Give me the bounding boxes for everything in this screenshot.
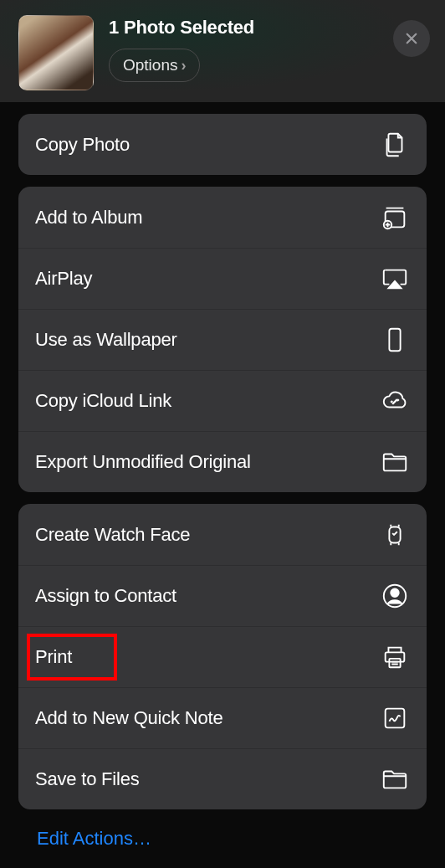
svg-point-5 <box>391 589 398 597</box>
quick-note-icon <box>380 703 410 733</box>
options-label: Options <box>123 56 177 74</box>
photo-thumbnail[interactable] <box>18 15 94 90</box>
action-group-3: Create Watch Face Assign to Contact <box>18 504 427 809</box>
row-label: Save to Files <box>35 768 140 790</box>
row-label: Add to New Quick Note <box>35 707 222 729</box>
row-label: Create Watch Face <box>35 524 190 546</box>
watch-icon <box>380 520 410 550</box>
svg-rect-6 <box>386 652 405 661</box>
action-group-1: Copy Photo <box>18 114 427 175</box>
use-as-wallpaper-row[interactable]: Use as Wallpaper <box>18 309 427 370</box>
airplay-row[interactable]: AirPlay <box>18 248 427 309</box>
phone-icon <box>380 325 410 355</box>
export-unmodified-row[interactable]: Export Unmodified Original <box>18 431 427 492</box>
svg-rect-2 <box>389 329 400 351</box>
copy-photo-row[interactable]: Copy Photo <box>18 114 427 175</box>
folder-icon <box>380 764 410 794</box>
close-button[interactable] <box>393 20 430 57</box>
printer-icon <box>380 642 410 672</box>
row-label: Assign to Contact <box>35 585 176 607</box>
row-label: AirPlay <box>35 268 92 290</box>
row-label: Copy Photo <box>35 134 130 156</box>
row-label: Print <box>35 646 72 668</box>
airplay-icon <box>380 264 410 294</box>
folder-icon <box>380 447 410 477</box>
copy-icloud-link-row[interactable]: Copy iCloud Link <box>18 370 427 431</box>
options-button[interactable]: Options › <box>109 49 200 82</box>
chevron-right-icon: › <box>181 57 186 74</box>
add-to-quick-note-row[interactable]: Add to New Quick Note <box>18 687 427 748</box>
row-label: Copy iCloud Link <box>35 390 171 412</box>
row-label: Export Unmodified Original <box>35 451 251 473</box>
album-plus-icon <box>380 203 410 233</box>
row-label: Use as Wallpaper <box>35 329 177 351</box>
documents-icon <box>380 130 410 160</box>
svg-rect-7 <box>389 659 400 667</box>
close-icon <box>404 31 419 46</box>
save-to-files-row[interactable]: Save to Files <box>18 748 427 809</box>
print-row[interactable]: Print <box>18 626 427 687</box>
row-label: Add to Album <box>35 207 142 229</box>
action-group-2: Add to Album AirPlay Use as <box>18 187 427 492</box>
edit-actions-link[interactable]: Edit Actions… <box>18 809 427 868</box>
share-sheet-header: 1 Photo Selected Options › <box>0 0 445 102</box>
assign-to-contact-row[interactable]: Assign to Contact <box>18 565 427 626</box>
cloud-link-icon <box>380 386 410 416</box>
svg-rect-8 <box>386 709 405 728</box>
selection-title: 1 Photo Selected <box>109 17 393 39</box>
create-watch-face-row[interactable]: Create Watch Face <box>18 504 427 565</box>
contact-icon <box>380 581 410 611</box>
add-to-album-row[interactable]: Add to Album <box>18 187 427 248</box>
